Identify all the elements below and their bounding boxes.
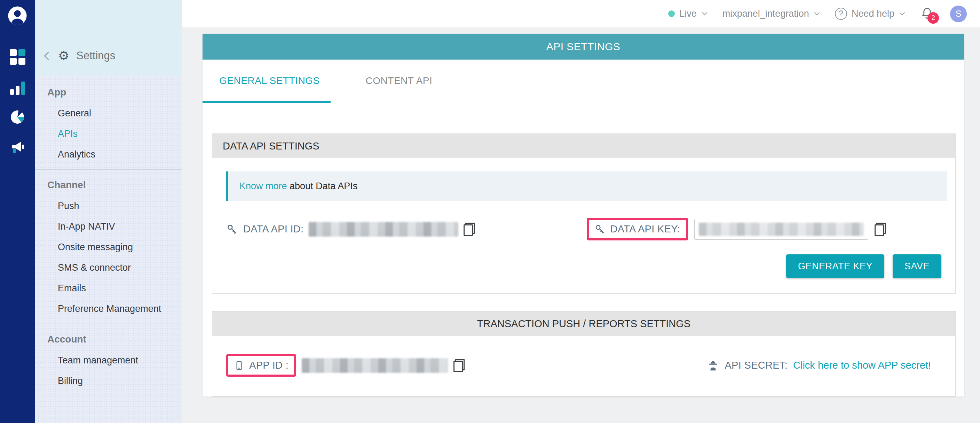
app-rail — [0, 0, 35, 423]
sidebar-item-apis[interactable]: APIs — [35, 124, 182, 144]
data-api-key-input[interactable] — [694, 219, 868, 240]
sidebar-section-channel: Channel — [35, 174, 182, 196]
sidebar-header: Settings — [35, 0, 182, 76]
secret-spy-icon — [707, 359, 719, 372]
app-id-field: APP ID : — [226, 354, 465, 377]
project-switcher[interactable]: mixpanel_integration — [722, 8, 819, 19]
sidebar-item-onsite-messaging[interactable]: Onsite messaging — [35, 237, 182, 257]
know-more-banner: Know more about Data APIs — [226, 171, 947, 201]
help-menu[interactable]: Need help — [835, 8, 904, 20]
sidebar-section-account: Account — [35, 329, 182, 350]
data-api-settings-title: DATA API SETTINGS — [212, 134, 955, 158]
active-tab-underline — [202, 101, 331, 103]
topbar: Live mixpanel_integration Need help 2 S — [182, 0, 980, 28]
analytics-bars-icon[interactable] — [10, 79, 25, 95]
chevron-down-icon — [702, 10, 707, 16]
question-circle-icon — [835, 8, 847, 20]
project-name: mixpanel_integration — [722, 8, 809, 19]
page-background: API SETTINGS GENERAL SETTINGS CONTENT AP… — [182, 28, 980, 423]
sidebar-item-sms-connector[interactable]: SMS & connector — [35, 257, 182, 278]
banner-text: about Data APIs — [287, 181, 358, 191]
chevron-down-icon — [900, 10, 905, 16]
sidebar-item-general[interactable]: General — [35, 103, 182, 124]
data-api-settings-section: DATA API SETTINGS Know more about Data A… — [212, 134, 956, 294]
environment-switcher[interactable]: Live — [668, 8, 706, 19]
data-api-id-field: DATA API ID: — [226, 222, 587, 236]
generate-key-button[interactable]: GENERATE KEY — [786, 254, 884, 278]
api-settings-card: API SETTINGS GENERAL SETTINGS CONTENT AP… — [202, 34, 964, 396]
app-id-highlight: APP ID : — [226, 354, 296, 377]
sidebar-item-analytics[interactable]: Analytics — [35, 144, 182, 165]
data-api-id-value-redacted — [309, 222, 458, 236]
know-more-link[interactable]: Know more — [239, 181, 287, 191]
data-api-key-field: DATA API KEY: — [587, 218, 886, 240]
campaigns-megaphone-icon[interactable] — [10, 139, 25, 155]
notification-badge: 2 — [928, 12, 939, 24]
live-status-dot — [668, 10, 675, 17]
data-api-key-highlight: DATA API KEY: — [587, 218, 688, 240]
copy-icon[interactable] — [463, 223, 475, 236]
back-chevron-icon[interactable] — [44, 51, 52, 60]
sidebar-title: Settings — [76, 49, 115, 62]
transaction-settings-title: TRANSACTION PUSH / REPORTS SETTINGS — [212, 311, 955, 336]
data-api-key-label: DATA API KEY: — [611, 223, 680, 235]
mobile-phone-icon — [234, 360, 244, 371]
sidebar-item-billing[interactable]: Billing — [35, 371, 182, 391]
gear-icon — [58, 49, 69, 62]
sidebar-divider — [35, 324, 182, 324]
sidebar-item-inapp-nativ[interactable]: In-App NATIV — [35, 216, 182, 237]
transaction-settings-section: TRANSACTION PUSH / REPORTS SETTINGS APP … — [212, 311, 956, 396]
tab-general-settings[interactable]: GENERAL SETTINGS — [219, 75, 320, 86]
save-button[interactable]: SAVE — [892, 254, 941, 278]
sidebar-nav: App General APIs Analytics Channel Push … — [35, 76, 182, 423]
notifications-button[interactable]: 2 — [920, 6, 934, 22]
key-icon — [594, 224, 606, 235]
key-icon — [226, 223, 238, 235]
api-secret-field: API SECRET: Click here to show APP secre… — [707, 359, 931, 372]
app-id-label: APP ID : — [249, 359, 288, 371]
app-id-value-redacted — [302, 358, 448, 373]
copy-icon[interactable] — [453, 359, 465, 372]
data-api-key-value-redacted — [699, 223, 864, 236]
sidebar-item-push[interactable]: Push — [35, 196, 182, 216]
sidebar-item-team-management[interactable]: Team management — [35, 350, 182, 371]
sidebar-divider — [35, 169, 182, 170]
help-label: Need help — [851, 8, 894, 19]
live-label: Live — [679, 8, 697, 19]
sidebar-item-emails[interactable]: Emails — [35, 278, 182, 298]
avatar[interactable]: S — [950, 6, 967, 22]
dashboard-grid-icon[interactable] — [10, 49, 25, 65]
main-content: Live mixpanel_integration Need help 2 S … — [182, 0, 980, 423]
show-app-secret-link[interactable]: Click here to show APP secret! — [793, 359, 931, 371]
sidebar-item-preference-management[interactable]: Preference Management — [35, 298, 182, 319]
tab-content-api[interactable]: CONTENT API — [366, 75, 433, 86]
chevron-down-icon — [815, 10, 820, 16]
sidebar-section-app: App — [35, 81, 182, 103]
page-title: API SETTINGS — [202, 34, 964, 59]
segments-pie-icon[interactable] — [10, 109, 25, 125]
settings-sidebar: Settings App General APIs Analytics Chan… — [35, 0, 182, 423]
data-api-id-label: DATA API ID: — [243, 223, 304, 235]
tab-bar: GENERAL SETTINGS CONTENT API — [202, 59, 964, 102]
app-logo[interactable] — [7, 6, 27, 26]
api-secret-label: API SECRET: — [725, 359, 788, 371]
copy-icon[interactable] — [875, 223, 886, 236]
